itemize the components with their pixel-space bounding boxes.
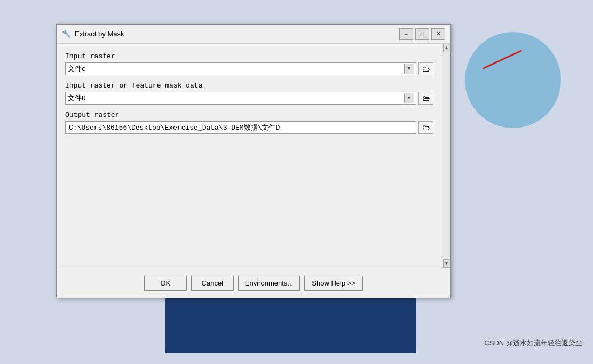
input-raster-row: 文件c ▼ 🗁 bbox=[65, 62, 433, 75]
output-raster-input[interactable] bbox=[65, 121, 416, 134]
scroll-up-arrow[interactable]: ▲ bbox=[443, 44, 450, 52]
dialog-content: Input raster 文件c ▼ 🗁 Input raster or fea… bbox=[57, 44, 450, 268]
output-raster-browse-button[interactable]: 🗁 bbox=[418, 121, 433, 134]
dialog-scrollbar[interactable]: ▲ ▼ bbox=[442, 44, 450, 268]
minimize-button[interactable]: − bbox=[399, 28, 413, 40]
environments-button[interactable]: Environments... bbox=[238, 276, 300, 291]
dialog-footer: OK Cancel Environments... Show Help >> bbox=[57, 268, 450, 298]
output-raster-label: Output raster bbox=[65, 111, 433, 119]
watermark-text: CSDN @逝水如流年轻往返染尘 bbox=[484, 338, 582, 348]
cancel-button[interactable]: Cancel bbox=[191, 276, 234, 291]
scroll-down-arrow[interactable]: ▼ bbox=[443, 259, 450, 268]
input-raster-dropdown[interactable]: 文件c ▼ bbox=[65, 62, 416, 75]
output-raster-row: 🗁 bbox=[65, 121, 433, 134]
title-bar-left: 🔧 Extract by Mask bbox=[62, 30, 124, 38]
input-mask-value: 文件R bbox=[68, 93, 404, 103]
title-bar-buttons: − □ ✕ bbox=[399, 28, 445, 40]
ok-button[interactable]: OK bbox=[144, 276, 187, 291]
input-mask-label: Input raster or feature mask data bbox=[65, 82, 433, 90]
input-raster-dropdown-arrow[interactable]: ▼ bbox=[404, 64, 414, 74]
title-bar: 🔧 Extract by Mask − □ ✕ bbox=[57, 25, 450, 44]
close-button[interactable]: ✕ bbox=[431, 28, 445, 40]
input-raster-value: 文件c bbox=[68, 64, 404, 74]
input-raster-browse-button[interactable]: 🗁 bbox=[418, 62, 433, 75]
input-mask-row: 文件R ▼ 🗁 bbox=[65, 92, 433, 105]
show-help-button[interactable]: Show Help >> bbox=[304, 276, 363, 291]
extract-by-mask-dialog: 🔧 Extract by Mask − □ ✕ ▲ ▼ Input raster… bbox=[56, 24, 451, 298]
input-mask-browse-button[interactable]: 🗁 bbox=[418, 92, 433, 105]
maximize-button[interactable]: □ bbox=[415, 28, 429, 40]
dialog-title: Extract by Mask bbox=[75, 30, 124, 38]
input-mask-dropdown-arrow[interactable]: ▼ bbox=[404, 93, 414, 103]
dialog-icon: 🔧 bbox=[62, 30, 70, 38]
background-circle bbox=[465, 32, 561, 128]
input-raster-label: Input raster bbox=[65, 52, 433, 60]
input-mask-dropdown[interactable]: 文件R ▼ bbox=[65, 92, 416, 105]
